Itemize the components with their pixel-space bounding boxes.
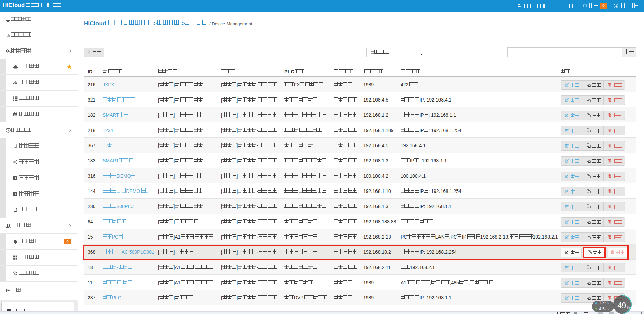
svg-text:49: 49: [617, 301, 626, 310]
svg-text:%: %: [627, 305, 630, 309]
